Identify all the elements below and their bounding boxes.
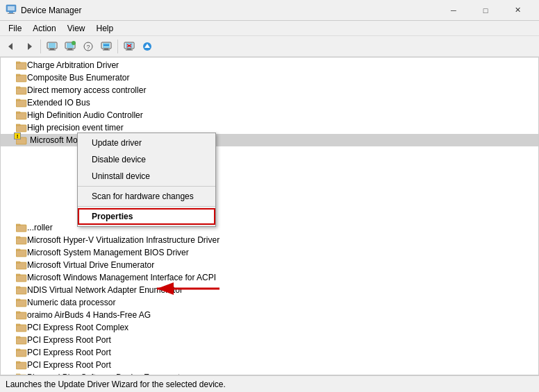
device-name: Microsoft Hyper-V Virtualization Infrast… (27, 235, 219, 245)
main-panel: Charge Arbitration Driver Composite Bus … (0, 57, 539, 375)
svg-rect-1 (8, 6, 15, 10)
svg-rect-2 (9, 12, 13, 13)
menu-help[interactable]: Help (91, 22, 119, 35)
svg-rect-33 (16, 74, 20, 76)
folder-icon (16, 322, 27, 333)
list-item[interactable]: Microsoft Hyper-V Virtualization Infrast… (1, 234, 538, 246)
maximize-button[interactable]: □ (470, 0, 501, 21)
device-name: PCI Express Root Complex (27, 323, 128, 332)
status-bar: Launches the Update Driver Wizard for th… (0, 375, 539, 392)
folder-icon (16, 334, 27, 346)
svg-rect-45 (16, 224, 20, 225)
svg-rect-44 (16, 225, 26, 232)
toolbar-sep-2 (117, 40, 118, 53)
toolbar-back[interactable] (3, 38, 19, 55)
list-item[interactable]: Numeric data processor (1, 296, 538, 309)
list-item[interactable]: Microsoft Windows Management Interface f… (1, 271, 538, 284)
list-item[interactable]: PCI Express Root Port (1, 346, 538, 359)
svg-rect-13 (67, 49, 74, 50)
svg-rect-36 (16, 100, 26, 107)
minimize-button[interactable]: ─ (438, 0, 470, 21)
menu-view[interactable]: View (62, 22, 91, 35)
toolbar-uninstall[interactable] (121, 38, 138, 55)
toolbar-show-all[interactable] (62, 38, 78, 55)
folder-icon (16, 72, 27, 83)
toolbar-sep-1 (40, 40, 41, 53)
ctx-uninstall-device[interactable]: Uninstall device (78, 168, 215, 185)
device-name: Microsoft Windows Management Interface f… (27, 273, 216, 282)
toolbar-scan[interactable] (98, 38, 115, 55)
ctx-disable-device[interactable]: Disable device (78, 151, 215, 168)
svg-rect-37 (16, 99, 20, 101)
toolbar-computer[interactable] (44, 38, 60, 55)
svg-rect-67 (16, 361, 20, 363)
folder-icon (16, 309, 27, 321)
svg-text:?: ? (87, 44, 90, 51)
svg-rect-64 (16, 350, 26, 357)
device-name: PCI Express Root Port (27, 348, 111, 357)
folder-icon (16, 359, 27, 370)
folder-icon (16, 85, 27, 96)
list-item[interactable]: NDIS Virtual Network Adapter Enumerator (1, 284, 538, 296)
list-item[interactable]: oraimo AirBuds 4 Hands-Free AG (1, 309, 538, 321)
context-menu: Update driver Disable device Uninstall d… (77, 133, 216, 227)
svg-rect-54 (16, 287, 26, 294)
device-name: Numeric data processor (27, 298, 115, 307)
device-name: PCI Express Root Port (27, 360, 111, 370)
toolbar-forward[interactable] (21, 38, 38, 55)
device-name: PCI Express Root Port (27, 335, 111, 345)
menu-file[interactable]: File (3, 22, 27, 35)
svg-point-14 (72, 41, 76, 45)
toolbar-help[interactable]: ? (80, 38, 97, 55)
svg-rect-56 (16, 300, 26, 307)
toolbar-update-driver[interactable] (139, 38, 156, 55)
list-item[interactable]: PCI Express Root Complex (1, 321, 538, 334)
svg-rect-61 (16, 324, 20, 325)
list-item[interactable]: PCI Express Root Port (1, 359, 538, 371)
svg-rect-31 (16, 62, 20, 63)
close-button[interactable]: ✕ (501, 0, 533, 21)
svg-rect-57 (16, 299, 20, 300)
window-controls[interactable]: ─ □ ✕ (438, 0, 533, 21)
list-item[interactable]: Microsoft System Management BIOS Driver (1, 246, 538, 259)
svg-rect-38 (16, 112, 26, 119)
title-bar: Device Manager ─ □ ✕ (0, 0, 539, 21)
ctx-separator-2 (78, 206, 215, 207)
svg-rect-62 (16, 337, 26, 344)
menu-action[interactable]: Action (27, 22, 61, 35)
svg-rect-49 (16, 249, 20, 250)
device-name: Extended IO Bus (27, 98, 90, 108)
device-name: Microsoft Virtual Drive Enumerator (27, 260, 154, 270)
svg-rect-9 (49, 49, 56, 50)
svg-rect-65 (16, 349, 20, 350)
svg-rect-50 (16, 262, 26, 269)
ctx-update-driver[interactable]: Update driver (78, 135, 215, 151)
svg-rect-46 (16, 237, 26, 244)
app-icon (6, 3, 17, 17)
list-item[interactable]: Extended IO Bus (1, 96, 538, 109)
ctx-scan-hardware[interactable]: Scan for hardware changes (78, 188, 215, 205)
list-item[interactable]: Plug and Play Software Device Enumerator (1, 371, 538, 375)
folder-icon (16, 97, 27, 108)
list-item[interactable]: Composite Bus Enumerator (1, 71, 538, 84)
folder-icon (16, 284, 27, 296)
list-item[interactable]: Charge Arbitration Driver (1, 59, 538, 71)
device-name: Composite Bus Enumerator (27, 73, 129, 83)
svg-rect-32 (16, 75, 26, 82)
list-item[interactable]: Direct memory access controller (1, 84, 538, 96)
device-name: High precision event timer (27, 123, 124, 133)
svg-rect-51 (16, 262, 20, 263)
ctx-properties[interactable]: Properties (78, 208, 215, 225)
menu-bar: File Action View Help (0, 21, 539, 36)
svg-rect-25 (126, 49, 133, 50)
svg-rect-60 (16, 325, 26, 332)
svg-rect-48 (16, 250, 26, 257)
status-text: Launches the Update Driver Wizard for th… (6, 380, 226, 389)
svg-rect-34 (16, 87, 26, 94)
list-item[interactable]: High Definition Audio Controller (1, 109, 538, 121)
list-item[interactable]: Microsoft Virtual Drive Enumerator (1, 259, 538, 271)
svg-rect-39 (16, 112, 20, 113)
list-item[interactable]: PCI Express Root Port (1, 334, 538, 346)
svg-marker-4 (8, 43, 13, 50)
svg-rect-30 (16, 62, 26, 69)
